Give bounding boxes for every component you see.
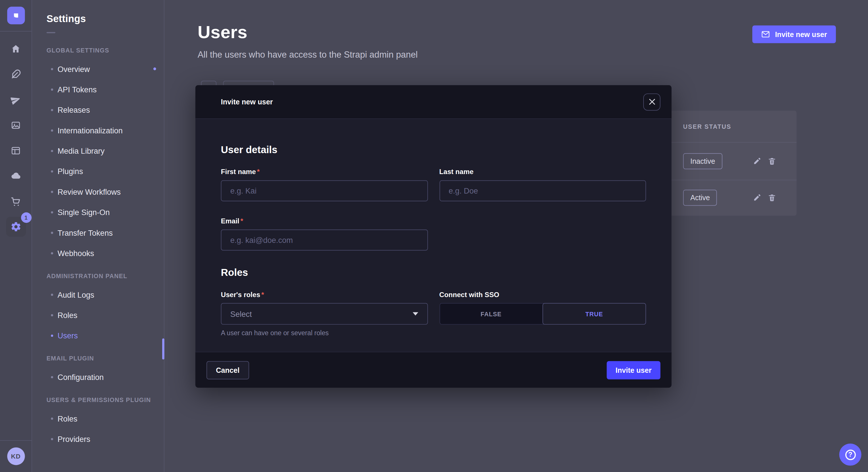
first-name-input[interactable]	[221, 180, 427, 201]
sso-toggle: FALSE TRUE	[439, 303, 646, 325]
modal-footer: Cancel Invite user	[195, 352, 672, 388]
close-icon	[648, 98, 655, 105]
user-details-heading: User details	[221, 144, 646, 156]
last-name-label: Last name	[439, 168, 473, 176]
roles-select-value: Select	[230, 309, 252, 318]
invite-user-modal: Invite new user User details First name*…	[195, 85, 672, 388]
sso-field: Connect with SSO FALSE TRUE	[439, 289, 646, 337]
sso-label: Connect with SSO	[439, 291, 499, 299]
close-button[interactable]	[643, 93, 660, 110]
sso-option-true[interactable]: TRUE	[542, 303, 646, 325]
strapi-admin-app: 1 KD Settings GLOBAL SETTINGS Overview A…	[0, 0, 868, 472]
roles-heading: Roles	[221, 267, 646, 278]
email-input[interactable]	[221, 229, 427, 250]
email-field: Email*	[221, 216, 427, 250]
required-mark: *	[241, 217, 243, 225]
roles-hint: A user can have one or several roles	[221, 329, 427, 337]
required-mark: *	[257, 168, 259, 176]
cancel-button[interactable]: Cancel	[206, 361, 249, 379]
roles-select[interactable]: Select	[221, 303, 427, 325]
email-label: Email	[221, 217, 239, 225]
users-roles-label: User's roles	[221, 291, 260, 299]
sso-option-false[interactable]: FALSE	[440, 304, 542, 324]
users-roles-field: User's roles* Select A user can have one…	[221, 289, 427, 337]
invite-user-submit-button[interactable]: Invite user	[607, 361, 660, 379]
first-name-field: First name*	[221, 166, 427, 201]
last-name-input[interactable]	[439, 180, 646, 201]
first-name-label: First name	[221, 168, 256, 176]
modal-title: Invite new user	[221, 98, 273, 106]
required-mark: *	[261, 291, 264, 299]
modal-header: Invite new user	[195, 85, 672, 119]
last-name-field: Last name	[439, 166, 646, 201]
chevron-down-icon	[412, 312, 418, 316]
modal-body: User details First name* Last name Email…	[195, 119, 672, 352]
